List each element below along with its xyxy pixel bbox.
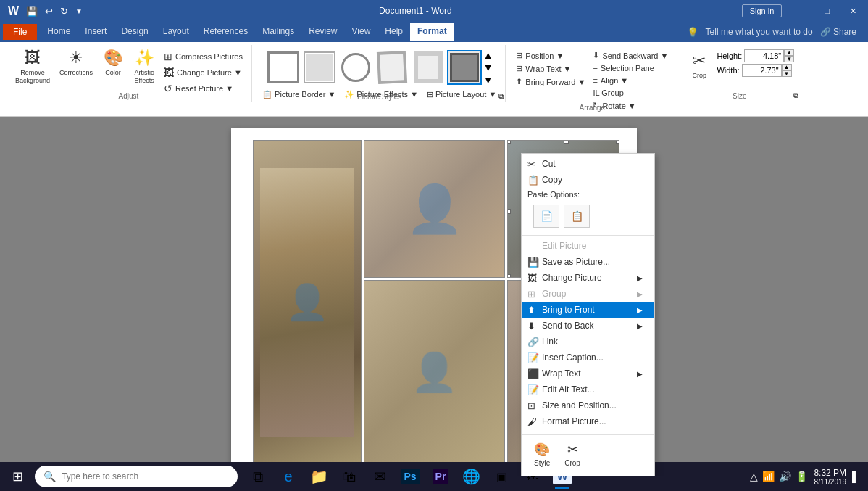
network-icon[interactable]: 📶 [762,471,775,482]
tab-review[interactable]: Review [301,23,344,41]
ps-item-4[interactable] [375,50,409,85]
style-tool-button[interactable]: 🎨 Style [527,438,556,471]
paste-option-2[interactable]: 📋 [564,205,590,228]
tab-home[interactable]: Home [40,23,78,41]
ps-scroll-down[interactable]: ▼ [483,62,493,73]
taskbar-edge[interactable]: e [274,463,303,490]
tab-format[interactable]: Format [410,23,454,41]
width-up[interactable]: ▲ [782,64,792,70]
battery-icon[interactable]: 🔋 [796,471,808,482]
ps-more[interactable]: ▼ [483,74,493,86]
ps-scroll-up[interactable]: ▲ [483,49,493,61]
picture-styles-launcher[interactable]: ⧉ [498,92,504,101]
ctx-send-back[interactable]: ⬇ Send to Back ▶ [522,318,654,334]
taskbar-box[interactable]: ▣ [487,463,516,490]
remove-background-button[interactable]: 🖼 RemoveBackground [12,46,54,87]
align-button[interactable]: ≡ Align ▼ [590,75,671,86]
tab-help[interactable]: Help [377,23,410,41]
tab-view[interactable]: View [345,23,378,41]
taskbar-explorer[interactable]: 📁 [304,463,333,490]
minimize-button[interactable]: — [790,5,810,17]
taskbar-mail[interactable]: ✉ [365,463,394,490]
crop-tool-button[interactable]: ✂ Crop [558,438,587,471]
tell-me-icon[interactable]: 💡 [687,27,698,38]
clock[interactable]: 8:32 PM 8/11/2019 [814,468,846,486]
taskbar-photoshop[interactable]: Ps [396,463,425,490]
corrections-button[interactable]: ☀ Corrections [56,46,96,78]
signin-button[interactable]: Sign in [742,4,783,17]
undo-icon[interactable]: ↩ [43,4,55,18]
align-icon: ≡ [593,76,597,85]
tray-expand-icon[interactable]: △ [750,471,758,482]
tab-references[interactable]: References [196,23,255,41]
handle-bl[interactable] [507,274,511,278]
wrap-text-button[interactable]: ⊟ Wrap Text ▼ [513,62,588,75]
height-down[interactable]: ▼ [784,56,794,62]
change-picture-button[interactable]: 🖼 Change Picture ▼ [161,65,246,80]
picture-layout-button[interactable]: ⊞ Picture Layout ▼ [424,88,499,101]
ps-item-1[interactable] [266,50,301,85]
taskbar-chrome[interactable]: 🌐 [456,463,485,490]
compress-pictures-button[interactable]: ⊞ Compress Pictures [161,49,246,64]
height-up[interactable]: ▲ [784,49,794,56]
ctx-insert-caption[interactable]: 📝 Insert Caption... [522,350,654,366]
ctx-link[interactable]: 🔗 Link [522,334,654,350]
taskbar: ⊞ 🔍 ⧉ e 📁 🛍 ✉ Ps Pr 🌐 ▣ [0,462,868,491]
redo-icon[interactable]: ↻ [58,4,70,18]
share-icon[interactable]: 🔗 Share [820,27,856,37]
taskbar-search-box[interactable]: 🔍 [35,466,238,487]
ps-item-3[interactable] [338,50,373,85]
start-button[interactable]: ⊞ [3,463,32,490]
ps-item-2[interactable] [302,50,337,85]
ctx-edit-alt[interactable]: 📝 Edit Alt Text... [522,381,654,397]
ctx-cut[interactable]: ✂ Cut [522,156,654,172]
search-input[interactable] [62,471,229,482]
height-input[interactable] [744,49,784,62]
picture-styles-group: ▲ ▼ ▼ 📋 Picture Border ▼ ✨ Picture Effec… [254,45,506,102]
handle-tl[interactable] [507,140,511,144]
position-button[interactable]: ⊞ Position ▼ [513,49,588,62]
save-icon[interactable]: 💾 [24,4,40,18]
reset-picture-button[interactable]: ↺ Reset Picture ▼ [161,81,246,96]
ctx-save-as[interactable]: 💾 Save as Picture... [522,254,654,270]
restore-button[interactable]: □ [819,5,835,17]
ctx-format-picture[interactable]: 🖌 Format Picture... [522,413,654,429]
picture-border-button[interactable]: 📋 Picture Border ▼ [259,88,338,101]
group-button[interactable]: IL Group - [590,87,671,99]
ctx-change-picture[interactable]: 🖼 Change Picture ▶ [522,270,654,286]
pos-icon: ⊞ [516,51,522,60]
width-down[interactable]: ▼ [782,70,792,77]
close-button[interactable]: ✕ [844,5,862,17]
send-backward-button[interactable]: ⬇ Send Backward ▼ [590,49,671,62]
tab-insert[interactable]: Insert [78,23,114,41]
taskbar-store[interactable]: 🛍 [335,463,364,490]
tab-mailings[interactable]: Mailings [255,23,301,41]
ctx-size-position[interactable]: ⊡ Size and Position... [522,397,654,413]
volume-icon[interactable]: 🔊 [779,471,791,482]
taskbar-task-view[interactable]: ⧉ [243,463,272,490]
handle-tm[interactable] [564,140,569,144]
ctx-group: ⊞ Group ▶ [522,286,654,302]
width-input[interactable] [742,64,782,77]
bring-forward-button[interactable]: ⬆ Bring Forward ▼ [513,75,588,88]
crop-button[interactable]: ✂ Crop [685,49,714,81]
handle-ml[interactable] [507,209,511,214]
size-launcher[interactable]: ⧉ [793,91,798,100]
ps-item-6[interactable] [447,50,482,85]
tab-design[interactable]: Design [114,23,155,41]
ctx-bring-front[interactable]: ⬆ Bring to Front ▶ [522,302,654,318]
tab-file[interactable]: File [3,24,37,40]
artistic-effects-button[interactable]: ✨ ArtisticEffects [130,46,159,87]
tab-layout[interactable]: Layout [156,23,196,41]
ctx-wrap-text[interactable]: ⬛ Wrap Text ▶ [522,366,654,381]
handle-tr[interactable] [616,140,619,144]
selection-pane-button[interactable]: ≡ Selection Pane [590,62,671,74]
ps-item-5[interactable] [411,50,446,85]
paste-option-1[interactable]: 📄 [533,205,559,228]
taskbar-premiere[interactable]: Pr [426,463,455,490]
customize-icon[interactable]: ▼ [73,6,85,17]
show-desktop-icon[interactable]: ▌ [852,471,859,482]
color-button[interactable]: 🎨 Color [99,46,128,78]
ctx-copy[interactable]: 📋 Copy [522,172,654,188]
reset-icon: ↺ [164,83,172,94]
